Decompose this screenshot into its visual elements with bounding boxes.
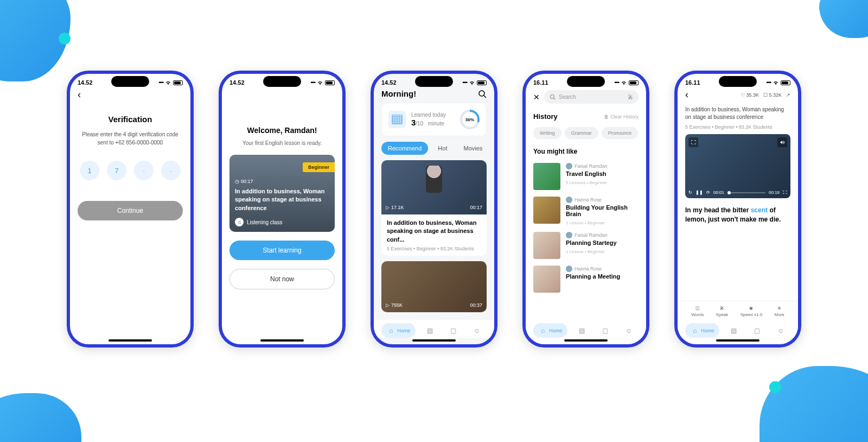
clock: 14.52 bbox=[78, 79, 93, 86]
otp-digit-4[interactable]: - bbox=[161, 161, 181, 180]
tab-movies[interactable]: Movies bbox=[457, 142, 489, 155]
chip-grammar[interactable]: Grammar bbox=[565, 127, 598, 139]
search-icon[interactable] bbox=[478, 90, 487, 98]
nav-home[interactable]: ⌂Home bbox=[381, 323, 416, 338]
tab-recommend[interactable]: Recommend bbox=[381, 142, 428, 155]
suggestions-heading: You might like bbox=[526, 146, 646, 160]
chip-writing[interactable]: Writing bbox=[533, 127, 561, 139]
bottom-nav: ⌂Home ▤ ▢ ☺ bbox=[526, 320, 646, 338]
home-icon: ⌂ bbox=[387, 326, 395, 334]
chip-pronounce[interactable]: Pronounce bbox=[602, 127, 639, 139]
tab-business[interactable]: Business bbox=[492, 142, 494, 155]
row-title: Building Your English Brain bbox=[566, 204, 639, 217]
profile-icon: ☺ bbox=[473, 326, 481, 334]
back-button[interactable]: ‹ bbox=[70, 88, 190, 102]
nav-notes[interactable]: ▤ bbox=[572, 323, 591, 338]
nav-notes[interactable]: ▤ bbox=[420, 323, 439, 338]
nav-profile[interactable]: ☺ bbox=[620, 323, 639, 338]
suggestion-row[interactable]: Hanna Rose Building Your English Brain 1… bbox=[526, 193, 646, 229]
otp-digit-2[interactable]: 7 bbox=[107, 161, 126, 180]
close-button[interactable]: ✕ bbox=[533, 93, 540, 102]
home-indicator[interactable] bbox=[412, 339, 456, 342]
video-player[interactable]: ⛶ 🔊︎ ↻ ❚❚ ⟳ 00:01 00:18 ⛶ bbox=[685, 134, 790, 198]
nav-profile[interactable]: ☺ bbox=[468, 323, 487, 338]
nav-tv[interactable]: ▢ bbox=[748, 323, 767, 338]
pause-icon[interactable]: ❚❚ bbox=[695, 190, 703, 195]
home-indicator[interactable] bbox=[260, 339, 304, 342]
tool-speed[interactable]: ◉Speed x1.0 bbox=[741, 306, 762, 317]
not-now-button[interactable]: Not now bbox=[229, 269, 335, 289]
clock: 16.11 bbox=[685, 79, 700, 86]
otp-digit-1[interactable]: 1 bbox=[80, 161, 99, 180]
lesson-card[interactable]: Beginner ◷00:17 In addition to business,… bbox=[229, 155, 335, 232]
video-thumbnail: ▷755K 00:37 bbox=[381, 261, 487, 312]
notch bbox=[111, 76, 149, 87]
play-count: ▷755K bbox=[386, 302, 403, 308]
suggestion-row[interactable]: Hanna Rose Planning a Meeting bbox=[526, 262, 646, 296]
home-icon: ⌂ bbox=[691, 326, 699, 334]
suggestion-row[interactable]: Faisal Ramdan Planning Startegy 1 Lesson… bbox=[526, 229, 646, 262]
video-card-2[interactable]: ▷755K 00:37 bbox=[381, 261, 487, 312]
otp-digit-3[interactable]: - bbox=[134, 161, 154, 180]
svg-line-3 bbox=[554, 98, 556, 100]
phone-home: 14.52 Morning! Learned today 3/10 minute… bbox=[371, 71, 497, 348]
like-count[interactable]: ♡ 35.3K bbox=[741, 92, 759, 98]
video-duration: 00:17 bbox=[470, 205, 482, 210]
tool-words[interactable]: ◫Words bbox=[691, 306, 704, 317]
repeat-icon[interactable]: ↻ bbox=[688, 190, 692, 195]
subtitle: Please enter the 4 digit verification co… bbox=[70, 130, 190, 147]
player-controls: ↻ ❚❚ ⟳ 00:01 00:18 ⛶ bbox=[688, 190, 787, 195]
back-button[interactable]: ‹ bbox=[685, 89, 688, 100]
comment-count[interactable]: ☐ 5.32K bbox=[763, 92, 782, 98]
video-thumbnail: ▷17.1K 00:17 bbox=[381, 160, 487, 214]
video-card-1[interactable]: ▷17.1K 00:17 In addition to business, Wo… bbox=[381, 160, 487, 256]
caption-text: In my head the bitter scent of lemon, ju… bbox=[678, 204, 798, 226]
nav-tv[interactable]: ▢ bbox=[596, 323, 615, 338]
start-learning-button[interactable]: Start learning bbox=[229, 241, 335, 260]
row-meta: 5 Lessons • Beginner bbox=[566, 180, 639, 185]
nav-notes[interactable]: ▤ bbox=[724, 323, 743, 338]
nav-tv[interactable]: ▢ bbox=[444, 323, 463, 338]
search-input[interactable]: Search 🎤︎ bbox=[544, 90, 639, 104]
bg-dot-tl bbox=[59, 33, 71, 45]
welcome-title: Welcome, Ramdan! bbox=[222, 126, 342, 135]
bg-blob-bl bbox=[0, 393, 81, 442]
continue-button[interactable]: Continue bbox=[78, 201, 183, 220]
phone-verification: 14.52 ‹ Verification Please enter the 4 … bbox=[67, 71, 194, 348]
welcome-subtitle: Your first English lesson is ready. bbox=[222, 140, 342, 146]
thumbnail bbox=[533, 232, 560, 259]
fullscreen-icon[interactable]: ⛶ bbox=[783, 190, 787, 195]
notes-icon: ▤ bbox=[426, 326, 434, 334]
home-indicator[interactable] bbox=[564, 339, 608, 342]
maximize-icon[interactable]: ⛶ bbox=[688, 137, 698, 147]
highlighted-word[interactable]: scent bbox=[751, 206, 768, 214]
calendar-icon bbox=[388, 111, 406, 128]
play-icon: ▷ bbox=[386, 205, 390, 210]
nav-home[interactable]: ⌂Home bbox=[685, 323, 719, 338]
bg-blob-br bbox=[760, 366, 868, 442]
tool-more[interactable]: ⊕More bbox=[775, 306, 784, 317]
notes-icon: ▤ bbox=[578, 326, 586, 334]
volume-icon[interactable]: 🔊︎ bbox=[777, 137, 787, 147]
mic-icon[interactable]: 🎤︎ bbox=[628, 94, 633, 100]
share-icon[interactable]: ↗ bbox=[786, 92, 790, 98]
history-heading: History bbox=[533, 112, 558, 121]
home-indicator[interactable] bbox=[108, 339, 152, 342]
suggestion-row[interactable]: Faisal Ramdan Travel English 5 Lessons •… bbox=[526, 160, 646, 193]
nav-profile[interactable]: ☺ bbox=[771, 323, 790, 338]
page-title: Verification bbox=[70, 115, 190, 124]
progress-bar[interactable] bbox=[727, 192, 765, 193]
tab-hot[interactable]: Hot bbox=[431, 142, 454, 155]
loop-icon[interactable]: ⟳ bbox=[706, 190, 710, 195]
row-title: Planning Startegy bbox=[566, 239, 639, 246]
duration-label: ◷00:17 bbox=[235, 179, 253, 184]
nav-home[interactable]: ⌂Home bbox=[533, 323, 567, 338]
home-indicator[interactable] bbox=[716, 339, 760, 342]
author: Faisal Ramdan bbox=[566, 232, 639, 238]
play-count: ▷17.1K bbox=[386, 205, 404, 210]
tool-speak[interactable]: 🎤︎Speak bbox=[716, 306, 729, 317]
avatar bbox=[566, 232, 572, 238]
clear-history-button[interactable]: 🗑︎Clear History bbox=[604, 114, 639, 119]
class-type: ♫ Listening class bbox=[235, 218, 283, 226]
otp-input-group: 1 7 - - bbox=[70, 161, 190, 180]
